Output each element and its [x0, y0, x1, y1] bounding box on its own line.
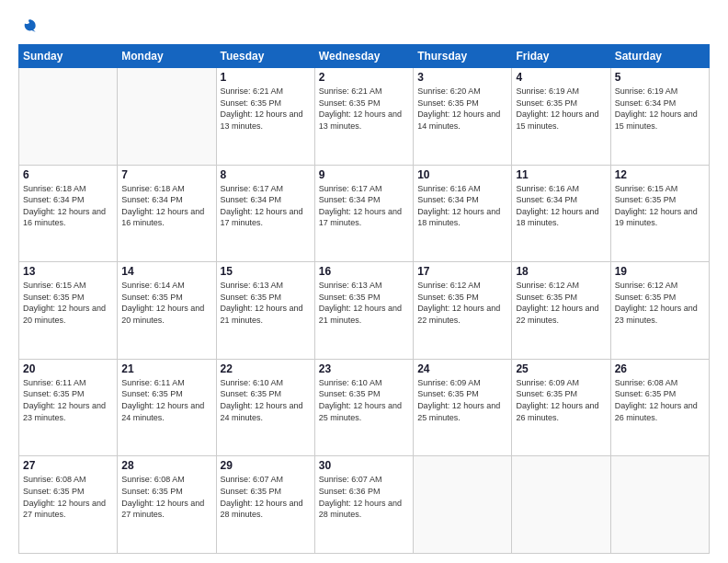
day-info: Sunrise: 6:07 AM Sunset: 6:35 PM Dayligh… — [221, 474, 311, 520]
day-info: Sunrise: 6:15 AM Sunset: 6:35 PM Dayligh… — [23, 280, 113, 326]
day-number: 3 — [417, 71, 507, 84]
calendar-cell — [414, 456, 512, 554]
calendar-week-row: 27Sunrise: 6:08 AM Sunset: 6:35 PM Dayli… — [19, 456, 710, 554]
calendar-cell — [610, 456, 709, 554]
day-number: 28 — [121, 459, 211, 472]
calendar-header-cell: Sunday — [19, 45, 118, 68]
calendar-cell: 3Sunrise: 6:20 AM Sunset: 6:35 PM Daylig… — [414, 68, 512, 166]
calendar-cell: 17Sunrise: 6:12 AM Sunset: 6:35 PM Dayli… — [414, 262, 512, 360]
calendar-cell: 26Sunrise: 6:08 AM Sunset: 6:35 PM Dayli… — [610, 359, 709, 456]
day-info: Sunrise: 6:09 AM Sunset: 6:35 PM Dayligh… — [417, 377, 507, 423]
day-number: 1 — [221, 71, 311, 84]
day-info: Sunrise: 6:16 AM Sunset: 6:34 PM Dayligh… — [516, 183, 606, 229]
calendar-cell: 25Sunrise: 6:09 AM Sunset: 6:35 PM Dayli… — [512, 359, 610, 456]
day-info: Sunrise: 6:15 AM Sunset: 6:35 PM Dayligh… — [615, 183, 705, 229]
calendar-header-cell: Thursday — [414, 45, 512, 68]
day-number: 11 — [516, 168, 606, 181]
day-info: Sunrise: 6:12 AM Sunset: 6:35 PM Dayligh… — [516, 280, 606, 326]
day-number: 20 — [23, 362, 113, 375]
day-info: Sunrise: 6:10 AM Sunset: 6:35 PM Dayligh… — [319, 377, 409, 423]
day-number: 2 — [319, 71, 409, 84]
day-info: Sunrise: 6:11 AM Sunset: 6:35 PM Dayligh… — [23, 377, 113, 423]
calendar-header-cell: Saturday — [610, 45, 709, 68]
day-number: 13 — [23, 265, 113, 278]
day-number: 15 — [221, 265, 311, 278]
calendar-body: 1Sunrise: 6:21 AM Sunset: 6:35 PM Daylig… — [19, 68, 710, 554]
day-info: Sunrise: 6:19 AM Sunset: 6:34 PM Dayligh… — [615, 86, 705, 132]
day-info: Sunrise: 6:08 AM Sunset: 6:35 PM Dayligh… — [23, 474, 113, 520]
calendar-cell — [118, 68, 216, 166]
calendar-cell: 11Sunrise: 6:16 AM Sunset: 6:34 PM Dayli… — [512, 165, 610, 262]
day-number: 12 — [615, 168, 705, 181]
day-number: 4 — [516, 71, 606, 84]
day-number: 30 — [319, 459, 409, 472]
header — [18, 17, 710, 35]
calendar-cell: 22Sunrise: 6:10 AM Sunset: 6:35 PM Dayli… — [216, 359, 314, 456]
day-info: Sunrise: 6:21 AM Sunset: 6:35 PM Dayligh… — [221, 86, 311, 132]
day-info: Sunrise: 6:11 AM Sunset: 6:35 PM Dayligh… — [121, 377, 211, 423]
calendar-header-cell: Wednesday — [314, 45, 413, 68]
calendar-cell: 13Sunrise: 6:15 AM Sunset: 6:35 PM Dayli… — [19, 262, 118, 360]
day-info: Sunrise: 6:13 AM Sunset: 6:35 PM Dayligh… — [221, 280, 311, 326]
calendar-week-row: 13Sunrise: 6:15 AM Sunset: 6:35 PM Dayli… — [19, 262, 710, 360]
calendar-cell: 8Sunrise: 6:17 AM Sunset: 6:34 PM Daylig… — [216, 165, 314, 262]
calendar-table: SundayMondayTuesdayWednesdayThursdayFrid… — [18, 44, 710, 554]
calendar-cell: 21Sunrise: 6:11 AM Sunset: 6:35 PM Dayli… — [118, 359, 216, 456]
day-info: Sunrise: 6:21 AM Sunset: 6:35 PM Dayligh… — [319, 86, 409, 132]
day-number: 22 — [221, 362, 311, 375]
day-info: Sunrise: 6:10 AM Sunset: 6:35 PM Dayligh… — [221, 377, 311, 423]
calendar-cell: 16Sunrise: 6:13 AM Sunset: 6:35 PM Dayli… — [314, 262, 413, 360]
calendar-header-cell: Monday — [118, 45, 216, 68]
calendar-cell: 27Sunrise: 6:08 AM Sunset: 6:35 PM Dayli… — [19, 456, 118, 554]
calendar-cell — [19, 68, 118, 166]
calendar-header-cell: Tuesday — [216, 45, 314, 68]
day-number: 16 — [319, 265, 409, 278]
logo — [18, 17, 39, 35]
day-info: Sunrise: 6:07 AM Sunset: 6:36 PM Dayligh… — [319, 474, 409, 520]
calendar-header-cell: Friday — [512, 45, 610, 68]
calendar-cell: 1Sunrise: 6:21 AM Sunset: 6:35 PM Daylig… — [216, 68, 314, 166]
day-number: 6 — [23, 168, 113, 181]
day-number: 29 — [221, 459, 311, 472]
calendar-cell: 14Sunrise: 6:14 AM Sunset: 6:35 PM Dayli… — [118, 262, 216, 360]
calendar-cell: 6Sunrise: 6:18 AM Sunset: 6:34 PM Daylig… — [19, 165, 118, 262]
calendar-header-row: SundayMondayTuesdayWednesdayThursdayFrid… — [19, 45, 710, 68]
calendar-cell: 5Sunrise: 6:19 AM Sunset: 6:34 PM Daylig… — [610, 68, 709, 166]
day-number: 27 — [23, 459, 113, 472]
day-info: Sunrise: 6:08 AM Sunset: 6:35 PM Dayligh… — [121, 474, 211, 520]
calendar-week-row: 1Sunrise: 6:21 AM Sunset: 6:35 PM Daylig… — [19, 68, 710, 166]
calendar-cell: 24Sunrise: 6:09 AM Sunset: 6:35 PM Dayli… — [414, 359, 512, 456]
day-info: Sunrise: 6:19 AM Sunset: 6:35 PM Dayligh… — [516, 86, 606, 132]
day-number: 8 — [221, 168, 311, 181]
calendar-cell: 20Sunrise: 6:11 AM Sunset: 6:35 PM Dayli… — [19, 359, 118, 456]
calendar-cell: 19Sunrise: 6:12 AM Sunset: 6:35 PM Dayli… — [610, 262, 709, 360]
day-info: Sunrise: 6:12 AM Sunset: 6:35 PM Dayligh… — [417, 280, 507, 326]
calendar-cell: 30Sunrise: 6:07 AM Sunset: 6:36 PM Dayli… — [314, 456, 413, 554]
day-info: Sunrise: 6:09 AM Sunset: 6:35 PM Dayligh… — [516, 377, 606, 423]
day-info: Sunrise: 6:18 AM Sunset: 6:34 PM Dayligh… — [23, 183, 113, 229]
calendar-cell: 18Sunrise: 6:12 AM Sunset: 6:35 PM Dayli… — [512, 262, 610, 360]
calendar-cell: 4Sunrise: 6:19 AM Sunset: 6:35 PM Daylig… — [512, 68, 610, 166]
day-number: 17 — [417, 265, 507, 278]
day-info: Sunrise: 6:20 AM Sunset: 6:35 PM Dayligh… — [417, 86, 507, 132]
day-info: Sunrise: 6:13 AM Sunset: 6:35 PM Dayligh… — [319, 280, 409, 326]
calendar-cell: 23Sunrise: 6:10 AM Sunset: 6:35 PM Dayli… — [314, 359, 413, 456]
calendar-week-row: 20Sunrise: 6:11 AM Sunset: 6:35 PM Dayli… — [19, 359, 710, 456]
day-number: 18 — [516, 265, 606, 278]
calendar-cell: 29Sunrise: 6:07 AM Sunset: 6:35 PM Dayli… — [216, 456, 314, 554]
day-info: Sunrise: 6:17 AM Sunset: 6:34 PM Dayligh… — [319, 183, 409, 229]
calendar-cell: 7Sunrise: 6:18 AM Sunset: 6:34 PM Daylig… — [118, 165, 216, 262]
day-info: Sunrise: 6:08 AM Sunset: 6:35 PM Dayligh… — [615, 377, 705, 423]
calendar-cell — [512, 456, 610, 554]
calendar-cell: 12Sunrise: 6:15 AM Sunset: 6:35 PM Dayli… — [610, 165, 709, 262]
day-info: Sunrise: 6:12 AM Sunset: 6:35 PM Dayligh… — [615, 280, 705, 326]
day-number: 14 — [121, 265, 211, 278]
day-info: Sunrise: 6:17 AM Sunset: 6:34 PM Dayligh… — [221, 183, 311, 229]
calendar-cell: 9Sunrise: 6:17 AM Sunset: 6:34 PM Daylig… — [314, 165, 413, 262]
day-info: Sunrise: 6:18 AM Sunset: 6:34 PM Dayligh… — [121, 183, 211, 229]
calendar-cell: 10Sunrise: 6:16 AM Sunset: 6:34 PM Dayli… — [414, 165, 512, 262]
day-number: 26 — [615, 362, 705, 375]
calendar-cell: 2Sunrise: 6:21 AM Sunset: 6:35 PM Daylig… — [314, 68, 413, 166]
day-number: 23 — [319, 362, 409, 375]
logo-bird-icon — [20, 17, 39, 35]
